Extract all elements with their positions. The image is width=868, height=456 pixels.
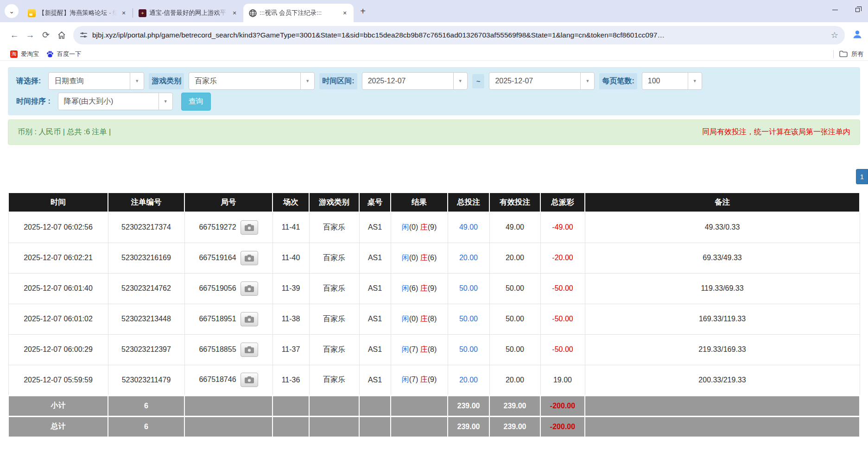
close-icon[interactable]: ✕ [341,9,349,17]
video-replay-button[interactable] [241,281,258,296]
result-part: (0) [409,254,420,262]
new-tab-button[interactable]: + [356,5,369,18]
bookmark-baidu[interactable]: 百度一下 [43,49,85,60]
date-from-picker[interactable]: 2025-12-07 ▼ [362,72,468,90]
game-type-label: 游戏类别 [149,73,184,89]
bookmark-taobao[interactable]: 淘 爱淘宝 [6,49,43,60]
url-text[interactable]: bjbj.xyz/ipl/portal.php/game/betrecord_s… [92,31,826,39]
video-replay-button[interactable] [241,373,258,387]
date-to-picker[interactable]: 2025-12-07 ▼ [489,72,595,90]
result-part: 庄 [420,254,428,262]
cell-payout: 19.00 [540,365,585,395]
cell-total-bet: 50.00 [448,273,489,304]
video-replay-button[interactable] [241,343,258,357]
reload-button[interactable]: ⟳ [38,27,54,43]
camera-icon [245,346,254,353]
total-bet-link[interactable]: 20.00 [459,376,478,384]
table-body: 2025-12-07 06:02:56523023217374667519272… [8,212,860,395]
cell-round-id: 667518951 [184,304,272,334]
tab-title: :::视讯 会员下注纪录::: [260,9,338,17]
cell-valid-bet: 50.00 [489,334,540,365]
total-bet-link[interactable]: 50.00 [459,345,478,353]
table-header-row: 时间 注单编号 局号 场次 游戏类别 桌号 结果 总投注 有效投注 总派彩 备注 [8,193,860,212]
video-replay-button[interactable] [241,312,258,326]
cell-valid-bet: 49.00 [489,212,540,243]
cell-note: 119.33/69.33 [585,273,860,304]
cell-total-bet: 50.00 [448,334,489,365]
result-part: 庄 [420,375,428,383]
header-note: 备注 [585,193,860,212]
cell-payout: -20.00 [540,243,585,273]
cell-valid-bet: 50.00 [489,304,540,334]
total-bet-link[interactable]: 49.00 [459,223,478,231]
bookmark-label: 百度一下 [57,50,81,58]
video-replay-button[interactable] [241,251,258,265]
cell-table-no: AS1 [359,334,391,365]
query-type-select[interactable]: 日期查询 ▼ [48,72,144,90]
cell-bet-id: 523023213448 [108,304,184,334]
result-part: 闲 [402,315,409,323]
camera-icon [245,376,254,383]
game-type-select[interactable]: 百家乐 ▼ [189,72,315,90]
total-bet-link[interactable]: 20.00 [459,254,478,262]
cell-bet-id: 523023211479 [108,365,184,395]
page-size-select[interactable]: 100 ▼ [642,72,702,90]
sort-select[interactable]: 降幂(由大到小) ▼ [58,93,173,110]
result-part: 庄 [420,315,428,323]
restore-icon [855,8,860,12]
tab-forum[interactable]: 【新提醒】海燕策略论坛 - 综合 ✕ [22,4,133,22]
url-bar[interactable]: bjbj.xyz/ipl/portal.php/game/betrecord_s… [73,26,845,44]
cell-session: 11-39 [272,273,309,304]
camera-icon [245,316,254,323]
cell-game-type: 百家乐 [309,334,359,365]
home-icon [57,31,66,40]
result-part: (8) [428,345,437,353]
folder-icon [839,50,848,57]
tab-tongbao[interactable]: ✦ 通宝-信誉最好的网上游戏平台 ✕ [133,4,243,22]
minimize-icon [832,10,838,10]
tab-search-button[interactable]: ⌄ [5,4,19,18]
page-1-button[interactable]: 1 [856,169,868,184]
video-replay-button[interactable] [241,220,258,235]
cell-game-type: 百家乐 [309,243,359,273]
result-part: 闲 [402,345,409,353]
date-separator: ~ [472,74,485,88]
cell-game-type: 百家乐 [309,304,359,334]
baidu-paw-icon [46,50,54,58]
close-icon[interactable]: ✕ [120,9,128,17]
cell-game-type: 百家乐 [309,273,359,304]
close-icon[interactable]: ✕ [230,9,239,17]
home-button[interactable] [54,27,70,43]
bookmark-star-icon[interactable]: ☆ [831,30,838,40]
profile-avatar[interactable] [852,29,862,41]
date-range-label: 时间区间: [319,73,357,89]
site-info-icon[interactable] [80,31,88,39]
tab-strip: ⌄ 【新提醒】海燕策略论坛 - 综合 ✕ ✦ 通宝-信誉最好的网上游戏平台 ✕ … [0,0,868,22]
cell-round-id: 667519056 [184,273,272,304]
bookmarks-bar: 淘 爱淘宝 百度一下 所有 [0,48,868,61]
restore-button[interactable] [851,4,863,16]
caret-down-icon: ▼ [130,73,144,89]
all-bookmarks-button[interactable]: 所有 [839,50,863,58]
total-bet-link[interactable]: 50.00 [459,315,478,323]
result-part: (0) [409,315,420,323]
forward-button[interactable]: → [22,27,38,43]
minimize-button[interactable] [829,4,841,16]
camera-icon [245,224,254,231]
subtotal-count: 6 [108,395,184,416]
back-button[interactable]: ← [6,27,22,43]
cell-note: 200.33/219.33 [585,365,860,395]
cell-valid-bet: 20.00 [489,243,540,273]
tab-title: 通宝-信誉最好的网上游戏平台 [149,9,228,17]
header-payout: 总派彩 [540,193,585,212]
bookmarks-separator [833,50,834,58]
caret-down-icon: ▼ [300,73,314,89]
table-row: 2025-12-07 06:02:21523023216169667519164… [8,243,860,273]
total-bet-link[interactable]: 50.00 [459,284,478,292]
cell-round-id: 667519272 [184,212,272,243]
tab-betrecord-active[interactable]: :::视讯 会员下注纪录::: ✕ [243,4,354,22]
cell-result: 闲(0) 庄(9) [391,212,448,243]
search-button[interactable]: 查询 [181,93,211,111]
cell-table-no: AS1 [359,365,391,395]
result-part: 闲 [402,223,409,231]
